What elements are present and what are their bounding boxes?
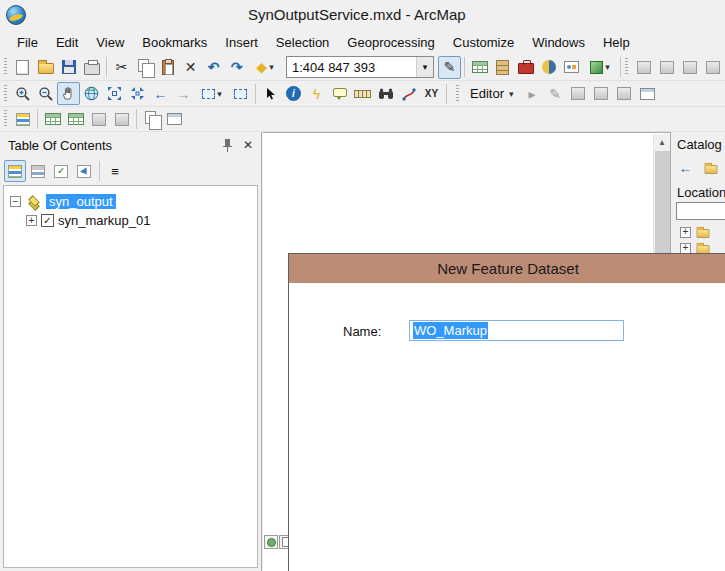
find-binoculars-icon[interactable] <box>374 82 397 105</box>
undo-icon[interactable]: ↶ <box>202 56 225 79</box>
menu-customize[interactable]: Customize <box>444 32 523 53</box>
scale-value[interactable]: 1:404 847 393 <box>287 60 416 75</box>
toc-options-icon[interactable]: ≡ <box>104 160 126 182</box>
window-tool-icon[interactable] <box>163 108 186 131</box>
location-combobox[interactable] <box>676 202 725 220</box>
create-features-icon[interactable] <box>636 82 659 105</box>
open-document-icon[interactable] <box>34 56 57 79</box>
expand-expander-icon[interactable]: + <box>26 215 37 226</box>
menu-windows[interactable]: Windows <box>523 32 594 53</box>
pan-hand-icon[interactable] <box>57 82 80 105</box>
list-by-selection-icon[interactable] <box>73 160 95 182</box>
fixed-zoom-out-icon[interactable] <box>126 82 149 105</box>
globe-animation-icon[interactable] <box>701 56 724 79</box>
gray-tool-button-1[interactable] <box>87 108 110 131</box>
delete-icon[interactable]: ✕ <box>179 56 202 79</box>
clear-selection-icon[interactable] <box>229 82 252 105</box>
find-route-icon[interactable] <box>397 82 420 105</box>
menu-geoprocessing[interactable]: Geoprocessing <box>338 32 443 53</box>
toolbar-grip[interactable] <box>4 58 7 76</box>
identify-icon[interactable]: i <box>282 82 305 105</box>
split-tool-icon[interactable] <box>613 82 636 105</box>
arcscene-icon[interactable] <box>655 56 678 79</box>
copy-tool-icon[interactable] <box>140 108 163 131</box>
close-icon[interactable]: ✕ <box>243 138 253 152</box>
arctoolbox-icon[interactable] <box>514 56 537 79</box>
edit-vertices-icon[interactable] <box>567 82 590 105</box>
list-by-visibility-icon[interactable] <box>50 160 72 182</box>
new-document-icon[interactable] <box>11 56 34 79</box>
forward-extent-icon[interactable]: → <box>172 82 195 105</box>
tree-row-root[interactable]: − syn_output <box>4 192 257 211</box>
tree-row-child[interactable]: + ✓ syn_markup_01 <box>4 211 257 230</box>
expand-expander-icon[interactable]: + <box>680 227 691 238</box>
zoom-in-icon[interactable] <box>11 82 34 105</box>
menu-file[interactable]: File <box>8 32 47 53</box>
toolbar-grip[interactable] <box>4 85 7 103</box>
html-popup-icon[interactable] <box>328 82 351 105</box>
editor-dropdown[interactable]: Editor ▾ <box>463 83 521 104</box>
dataset-name-input[interactable]: WO_Markup <box>409 320 624 341</box>
catalog-tree-item[interactable]: + <box>671 224 725 240</box>
toolbar-grip[interactable] <box>625 58 628 76</box>
scale-dropdown-icon[interactable]: ▾ <box>416 57 433 77</box>
open-table-icon[interactable] <box>41 108 64 131</box>
edit-pencil-button[interactable]: ✎ <box>438 56 461 79</box>
list-by-source-icon[interactable] <box>27 160 49 182</box>
scale-combobox[interactable]: 1:404 847 393 ▾ <box>286 56 434 78</box>
expand-expander-icon[interactable]: + <box>680 243 691 254</box>
gray-tool-button-2[interactable] <box>110 108 133 131</box>
reshape-tool-icon[interactable] <box>590 82 613 105</box>
window-panel-icon <box>167 113 182 125</box>
paste-icon[interactable] <box>156 56 179 79</box>
zoom-out-icon[interactable] <box>34 82 57 105</box>
layer-checkbox[interactable]: ✓ <box>41 214 54 227</box>
hyperlink-lightning-icon[interactable]: ϟ <box>305 82 328 105</box>
model-builder-icon[interactable] <box>560 56 583 79</box>
scroll-up-icon[interactable]: ▲ <box>654 134 670 150</box>
toolbar-separator <box>37 109 38 129</box>
go-to-xy-icon[interactable]: XY <box>420 82 443 105</box>
globe-layers-icon[interactable] <box>678 56 701 79</box>
copy-icon[interactable] <box>133 56 156 79</box>
select-features-dropdown[interactable]: ▾ <box>195 82 229 105</box>
python-window-icon[interactable] <box>537 56 560 79</box>
menu-selection[interactable]: Selection <box>267 32 338 53</box>
back-extent-icon[interactable]: ← <box>149 82 172 105</box>
collapse-expander-icon[interactable]: − <box>10 196 21 207</box>
edit-sketch-pencil-icon[interactable]: ✎ <box>544 82 567 105</box>
menu-help[interactable]: Help <box>594 32 639 53</box>
print-icon[interactable] <box>80 56 103 79</box>
fixed-zoom-in-icon[interactable] <box>103 82 126 105</box>
scrollbar-thumb[interactable] <box>655 151 670 255</box>
data-view-button[interactable] <box>264 535 278 549</box>
toolbar-grip[interactable] <box>4 110 7 128</box>
edit-tool-arrow-icon[interactable]: ▸ <box>521 82 544 105</box>
toolbar-grip[interactable] <box>456 85 459 103</box>
arcglobe-icon[interactable] <box>632 56 655 79</box>
menu-view[interactable]: View <box>87 32 133 53</box>
layer-label-child[interactable]: syn_markup_01 <box>58 213 151 228</box>
location-label: Location: <box>671 180 725 202</box>
layers-pencil-icon[interactable] <box>11 108 34 131</box>
redo-icon[interactable]: ↷ <box>225 56 248 79</box>
select-elements-icon[interactable] <box>259 82 282 105</box>
dialog-titlebar[interactable]: New Feature Dataset <box>289 254 725 283</box>
save-icon[interactable] <box>57 56 80 79</box>
catalog-window-icon[interactable] <box>491 56 514 79</box>
menu-bookmarks[interactable]: Bookmarks <box>133 32 216 53</box>
add-data-button[interactable]: ◆ ▾ <box>248 56 282 79</box>
full-extent-globe-icon[interactable] <box>80 82 103 105</box>
menu-insert[interactable]: Insert <box>216 32 267 53</box>
catalog-back-icon[interactable]: ← <box>674 157 697 180</box>
table-select-icon[interactable] <box>64 108 87 131</box>
attribute-table-icon[interactable] <box>468 56 491 79</box>
analyst-tools-dropdown[interactable]: ▾ <box>583 56 617 79</box>
catalog-up-one-level-icon[interactable] <box>699 157 722 180</box>
measure-icon[interactable] <box>351 82 374 105</box>
list-by-drawing-order-icon[interactable] <box>4 160 26 182</box>
menu-edit[interactable]: Edit <box>47 32 87 53</box>
pin-icon[interactable] <box>222 138 233 152</box>
cut-icon[interactable]: ✂ <box>110 56 133 79</box>
layer-label-root[interactable]: syn_output <box>46 194 116 209</box>
